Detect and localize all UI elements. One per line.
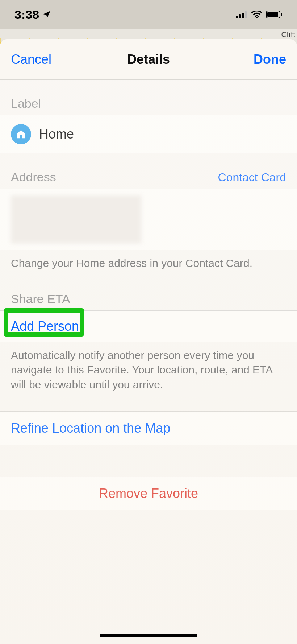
share-eta-note: Automatically notify another person ever…: [0, 342, 297, 392]
refine-location-button[interactable]: Refine Location on the Map: [0, 412, 297, 445]
status-bar: 3:38: [0, 0, 297, 29]
svg-rect-7: [281, 13, 282, 16]
section-header-address: Address Contact Card: [0, 153, 297, 189]
section-header-label: Label: [0, 80, 297, 115]
svg-rect-1: [239, 14, 241, 18]
home-icon: [11, 124, 31, 144]
nav-bar: Cancel Details Done: [0, 39, 297, 80]
svg-rect-3: [245, 11, 247, 18]
status-time: 3:38: [14, 8, 39, 22]
wifi-icon: [251, 11, 262, 18]
address-value-redacted: [11, 195, 141, 243]
section-header-share-eta-text: Share ETA: [11, 292, 70, 306]
svg-rect-2: [242, 13, 244, 18]
section-header-share-eta: Share ETA: [0, 271, 297, 310]
refine-location-label: Refine Location on the Map: [11, 421, 170, 436]
label-row[interactable]: Home: [0, 115, 297, 153]
contact-card-link[interactable]: Contact Card: [218, 171, 286, 184]
cellular-signal-icon: [236, 11, 248, 18]
address-note: Change your Home address in your Contact…: [0, 250, 297, 271]
svg-point-4: [256, 17, 258, 18]
section-header-address-text: Address: [11, 170, 56, 184]
done-button[interactable]: Done: [254, 52, 286, 67]
add-person-label: Add Person: [11, 319, 79, 334]
label-value: Home: [39, 127, 74, 142]
section-header-label-text: Label: [11, 96, 41, 111]
location-arrow-icon: [42, 10, 51, 19]
home-indicator[interactable]: [100, 634, 197, 637]
add-person-button[interactable]: Add Person: [0, 310, 297, 342]
spacer: [0, 445, 297, 477]
cancel-button[interactable]: Cancel: [11, 52, 51, 67]
svg-rect-6: [267, 12, 278, 17]
remove-favorite-button[interactable]: Remove Favorite: [0, 477, 297, 510]
address-row[interactable]: [0, 189, 297, 250]
battery-icon: [266, 11, 283, 18]
map-place-label: Clift: [281, 30, 296, 39]
svg-rect-0: [236, 16, 238, 18]
details-sheet: Cancel Details Done Label Home Address C…: [0, 39, 297, 644]
remove-favorite-label: Remove Favorite: [99, 486, 198, 501]
